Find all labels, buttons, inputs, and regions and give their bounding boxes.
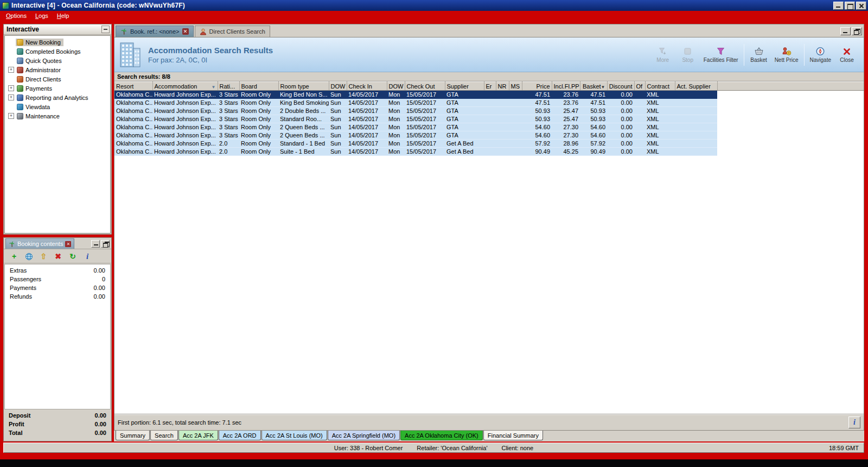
column-header-contract[interactable]: Contract <box>645 82 675 91</box>
result-row[interactable]: Oklahoma C...Howard Johnson Exp...3 Star… <box>114 115 864 123</box>
cell-supplier: GTA <box>445 91 484 99</box>
bottom-tab-acc-2a-st-louis-mo[interactable]: Acc 2A St Louis (MO) <box>261 431 327 440</box>
document-tabs: Book. ref.: <none>✕Direct Clients Search <box>116 26 270 37</box>
column-header-room-type[interactable]: Room type <box>278 82 329 91</box>
nett-price-button[interactable]: Nett Price <box>771 45 802 65</box>
column-header-supplier[interactable]: Supplier <box>445 82 484 91</box>
sidebar-item-label: Viewdata <box>25 104 50 110</box>
column-header-er[interactable]: Er <box>484 82 496 91</box>
cell-of <box>634 123 645 131</box>
booking-item-refunds[interactable]: Refunds0.00 <box>5 293 110 302</box>
result-row[interactable]: Oklahoma C...Howard Johnson Exp...3 Star… <box>114 91 864 99</box>
booking-contents-list: Extras0.00Passengers0Payments0.00Refunds… <box>4 264 111 409</box>
column-header-discount[interactable]: Discount <box>607 82 634 91</box>
bottom-tab-summary[interactable]: Summary <box>116 431 150 440</box>
column-header-filler <box>717 82 864 91</box>
export-icon[interactable]: ⇧ <box>39 252 48 261</box>
bottom-tab-acc-2a-ord[interactable]: Acc 2A ORD <box>219 431 261 440</box>
facilities-filter-button[interactable]: Facilities Filter <box>700 45 742 65</box>
navigate-button[interactable]: Navigate <box>807 45 834 65</box>
bottom-tab-acc-2a-springfield-mo[interactable]: Acc 2A Springfield (MO) <box>328 431 400 440</box>
column-header-incl-fl-pp[interactable]: Incl.Fl.PP <box>552 82 580 91</box>
cell-board: Room Only <box>239 123 278 131</box>
bottom-tab-financial-summary[interactable]: Financial Summary <box>483 431 543 440</box>
stop-button[interactable]: Stop <box>675 45 700 65</box>
sidebar-item-reporting-and-analytics[interactable]: +Reporting and Analytics <box>5 93 110 102</box>
cell-room-type: King Bed Non S... <box>278 91 329 99</box>
result-row[interactable]: Oklahoma C...Howard Johnson Exp...2.0Roo… <box>114 148 864 156</box>
basket-icon <box>754 47 764 56</box>
column-header-ms[interactable]: MS <box>509 82 522 91</box>
basket-button[interactable]: Basket <box>746 45 771 65</box>
view-minimize-button[interactable] <box>840 27 851 35</box>
result-row[interactable]: Oklahoma C...Howard Johnson Exp...3 Star… <box>114 131 864 140</box>
column-header-dow[interactable]: DOW <box>387 82 405 91</box>
column-header-check-out[interactable]: Check Out <box>405 82 445 91</box>
tab-close-icon[interactable]: ✕ <box>182 28 189 35</box>
cell-dow: Mon <box>387 123 405 131</box>
column-header-of[interactable]: Of <box>634 82 645 91</box>
column-header-check-in[interactable]: Check In <box>347 82 387 91</box>
tab-book-ref-none[interactable]: Book. ref.: <none>✕ <box>116 26 194 37</box>
close-panel-icon[interactable]: ✕ <box>65 241 71 247</box>
bottom-tab-acc-2a-oklahoma-city-ok[interactable]: Acc 2A Oklahoma City (OK) <box>400 431 483 440</box>
cell-dow: Mon <box>387 115 405 123</box>
refresh-icon[interactable]: ↻ <box>68 252 78 261</box>
panel-restore-button[interactable] <box>101 240 110 248</box>
globe-icon[interactable] <box>24 251 34 261</box>
bottom-tab-acc-2a-jfk[interactable]: Acc 2A JFK <box>178 431 218 440</box>
add-icon[interactable]: + <box>9 252 19 261</box>
close-window-button[interactable] <box>856 2 866 10</box>
info-icon[interactable]: i <box>82 252 92 261</box>
result-row[interactable]: Oklahoma C...Howard Johnson Exp...3 Star… <box>114 99 864 107</box>
delete-icon[interactable]: ✖ <box>53 252 63 261</box>
column-header-accommodation[interactable]: ▼Accommodation <box>152 82 218 91</box>
column-header-nr[interactable]: NR <box>496 82 509 91</box>
result-row[interactable]: Oklahoma C...Howard Johnson Exp...2.0Roo… <box>114 140 864 148</box>
expand-icon[interactable]: + <box>8 94 14 100</box>
sidebar-item-completed-bookings[interactable]: Completed Bookings <box>5 47 110 56</box>
expand-icon[interactable]: + <box>8 67 14 73</box>
sidebar-item-direct-clients[interactable]: Direct Clients <box>5 74 110 84</box>
expand-icon[interactable]: + <box>8 85 14 91</box>
booking-item-payments[interactable]: Payments0.00 <box>5 285 110 293</box>
column-header-board[interactable]: Board <box>239 82 278 91</box>
bottom-tab-search[interactable]: Search <box>150 431 178 440</box>
expand-icon[interactable]: + <box>8 113 14 119</box>
column-header-act-supplier[interactable]: Act. Supplier <box>675 82 717 91</box>
booking-item-extras[interactable]: Extras0.00 <box>5 267 110 276</box>
window-controls <box>833 2 866 10</box>
sidebar-item-label: Completed Bookings <box>25 48 81 55</box>
filter-icon[interactable]: ▼ <box>212 85 216 90</box>
column-header-rati[interactable]: Rati... <box>218 82 239 91</box>
sidebar-item-new-booking[interactable]: New Booking <box>5 37 110 47</box>
cell-nr <box>496 107 509 115</box>
sidebar-item-administrator[interactable]: +Administrator <box>5 65 110 74</box>
tab-direct-clients-search[interactable]: Direct Clients Search <box>195 26 270 37</box>
column-header-price[interactable]: Price <box>522 82 552 91</box>
result-row[interactable]: Oklahoma C...Howard Johnson Exp...3 Star… <box>114 123 864 131</box>
more-button[interactable]: More <box>650 45 675 65</box>
panel-collapse-button[interactable] <box>101 26 110 33</box>
view-restore-button[interactable] <box>852 27 862 35</box>
booking-contents-tab[interactable]: Booking contents ✕ <box>5 238 74 249</box>
cell-er <box>484 91 496 99</box>
sidebar-item-quick-quotes[interactable]: Quick Quotes <box>5 56 110 65</box>
column-header-resort[interactable]: Resort <box>114 82 152 91</box>
menu-item-help[interactable]: Help <box>53 11 74 21</box>
booking-item-passengers[interactable]: Passengers0 <box>5 276 110 285</box>
result-row[interactable]: Oklahoma C...Howard Johnson Exp...3 Star… <box>114 107 864 115</box>
navigate-icon <box>815 47 825 56</box>
sidebar-item-viewdata[interactable]: Viewdata <box>5 102 110 111</box>
info-button[interactable]: i <box>848 416 860 428</box>
maximize-button[interactable] <box>845 2 855 10</box>
column-header-basket[interactable]: ▼Basket <box>580 82 607 91</box>
sidebar-item-payments[interactable]: +Payments <box>5 84 110 93</box>
menu-item-logs[interactable]: Logs <box>31 11 53 21</box>
menu-item-options[interactable]: Options <box>2 11 31 21</box>
minimize-button[interactable] <box>833 2 844 10</box>
column-header-dow[interactable]: DOW <box>329 82 347 91</box>
close-button[interactable]: Close <box>834 45 859 65</box>
sidebar-item-maintenance[interactable]: +Maintenance <box>5 111 110 121</box>
panel-minimize-button[interactable] <box>91 240 100 248</box>
